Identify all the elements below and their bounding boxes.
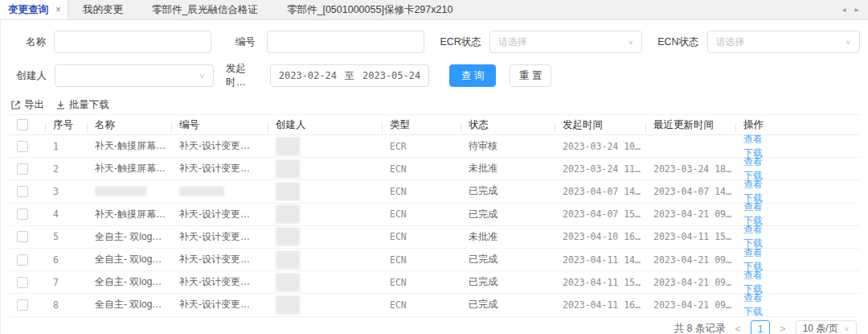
cell-code: 补天-设计变更… bbox=[171, 139, 268, 153]
cell-start-time: 2023-04-07 14… bbox=[555, 186, 645, 197]
cell-status: 未批准 bbox=[461, 230, 555, 244]
tab-change-query[interactable]: 变更查询 × bbox=[0, 0, 68, 19]
redacted-creator bbox=[276, 137, 300, 156]
cell-name: 全自主- 双log… bbox=[87, 253, 171, 266]
row-checkbox-cell bbox=[9, 141, 45, 152]
view-link[interactable]: 查看 bbox=[743, 155, 849, 169]
cell-creator bbox=[268, 159, 382, 179]
table-row: 7全自主- 双log…补天-设计变更…ECN已完成2023-04-11 15…2… bbox=[9, 271, 860, 294]
row-checkbox[interactable] bbox=[17, 254, 28, 266]
cell-status: 已完成 bbox=[461, 184, 555, 198]
tab-bar: 变更查询 × 我的变更 零部件_辰光融信合格证 零部件_[0501000055]… bbox=[0, 0, 868, 20]
cell-name bbox=[87, 186, 171, 196]
table-row: 6全自主- 双log…补天-设计变更…ECN已完成2023-04-11 14…2… bbox=[9, 249, 860, 271]
cell-seq: 6 bbox=[45, 254, 87, 266]
tab-label: 零部件_辰光融信合格证 bbox=[152, 3, 258, 17]
cell-type: ECN bbox=[382, 186, 461, 197]
scroll-right-icon[interactable]: ► bbox=[854, 6, 860, 14]
cell-creator bbox=[268, 273, 382, 292]
name-label: 名称 bbox=[9, 35, 46, 49]
start-time-label: 发起时… bbox=[226, 62, 263, 89]
row-checkbox[interactable] bbox=[17, 277, 28, 288]
row-checkbox[interactable] bbox=[17, 208, 28, 220]
scroll-left-icon[interactable]: ◄ bbox=[841, 6, 847, 14]
cell-start-time: 2023-04-07 15… bbox=[555, 208, 645, 220]
cell-creator bbox=[268, 227, 382, 246]
page-number[interactable]: 1 bbox=[751, 320, 770, 334]
cell-actions: 查看下载 bbox=[735, 291, 860, 319]
chevron-down-icon: ∨ bbox=[628, 39, 633, 46]
search-button[interactable]: 查 询 bbox=[449, 64, 496, 87]
cell-seq: 2 bbox=[45, 163, 87, 175]
cell-name: 补天-触摸屏幕… bbox=[87, 208, 171, 221]
export-button[interactable]: 导出 bbox=[10, 98, 44, 112]
row-checkbox[interactable] bbox=[17, 231, 28, 242]
code-label: 编号 bbox=[235, 35, 260, 49]
select-placeholder: 请选择 bbox=[498, 35, 527, 49]
cell-status: 已完成 bbox=[461, 208, 555, 221]
table-toolbar: 导出 批量下载 bbox=[1, 95, 868, 114]
cell-type: ECN bbox=[382, 208, 461, 220]
creator-label: 创建人 bbox=[9, 69, 47, 83]
row-checkbox[interactable] bbox=[17, 163, 28, 175]
row-checkbox-cell bbox=[9, 277, 45, 288]
download-link[interactable]: 下载 bbox=[743, 305, 849, 319]
ecn-status-select[interactable]: 请选择 ∨ bbox=[707, 31, 860, 53]
header-actions: 操作 bbox=[735, 118, 860, 132]
cell-start-time: 2023-04-11 14… bbox=[555, 254, 645, 266]
prev-page-icon[interactable]: < bbox=[733, 323, 743, 334]
row-checkbox[interactable] bbox=[17, 141, 28, 152]
tab-part-certificate[interactable]: 零部件_辰光融信合格证 bbox=[137, 0, 272, 19]
reset-button[interactable]: 重 置 bbox=[510, 64, 551, 87]
row-checkbox-cell bbox=[9, 299, 45, 311]
filter-panel: 名称 编号 ECR状态 请选择 ∨ ECN状态 请选择 ∨ 创建人 ∨ 发起时… bbox=[1, 20, 868, 95]
header-creator: 创建人 bbox=[268, 118, 382, 132]
cell-seq: 5 bbox=[45, 231, 87, 242]
cell-status: 未批准 bbox=[461, 162, 555, 175]
cell-update-time: 2023-04-11 15… bbox=[645, 231, 735, 242]
cell-status: 待审核 bbox=[461, 139, 555, 153]
cell-seq: 4 bbox=[45, 208, 87, 220]
view-link[interactable]: 查看 bbox=[743, 133, 849, 146]
select-placeholder: 请选择 bbox=[716, 35, 745, 49]
ecr-status-label: ECR状态 bbox=[438, 35, 481, 49]
view-link[interactable]: 查看 bbox=[743, 246, 849, 260]
row-checkbox-cell bbox=[9, 186, 45, 197]
cell-code: 补天-设计变更… bbox=[171, 298, 268, 311]
batch-download-button[interactable]: 批量下载 bbox=[55, 98, 109, 112]
table-row: 4补天-触摸屏幕…补天-设计变更…ECN已完成2023-04-07 15…202… bbox=[9, 204, 860, 226]
redacted-creator bbox=[276, 295, 300, 315]
creator-select[interactable]: ∨ bbox=[55, 64, 214, 87]
name-input[interactable] bbox=[54, 31, 211, 53]
ecr-status-select[interactable]: 请选择 ∨ bbox=[489, 31, 642, 53]
cell-name: 全自主- 双log… bbox=[87, 230, 171, 244]
view-link[interactable]: 查看 bbox=[743, 269, 849, 282]
row-checkbox-cell bbox=[9, 254, 45, 266]
code-input[interactable] bbox=[267, 31, 424, 53]
change-table: 序号 名称 编号 创建人 类型 状态 发起时间 最近更新时间 操作 1补天-触摸… bbox=[9, 114, 860, 317]
redacted-code bbox=[179, 186, 224, 196]
next-page-icon[interactable]: > bbox=[778, 323, 788, 334]
select-all-checkbox[interactable] bbox=[17, 119, 28, 130]
cell-update-time: 2023-04-21 09… bbox=[645, 277, 735, 288]
row-checkbox-cell bbox=[9, 208, 45, 220]
cell-seq: 7 bbox=[45, 277, 87, 288]
chevron-down-icon: ∨ bbox=[845, 39, 851, 46]
cell-code bbox=[171, 186, 268, 196]
view-link[interactable]: 查看 bbox=[743, 291, 849, 305]
cell-name: 补天-触摸屏幕… bbox=[87, 162, 171, 175]
date-range-input[interactable]: 2023-02-24 至 2023-05-24 bbox=[270, 64, 429, 87]
tab-part-warranty-card[interactable]: 零部件_[0501000055]保修卡297x210 bbox=[272, 0, 467, 19]
row-checkbox[interactable] bbox=[17, 186, 28, 197]
pagination: 共 8 条记录 < 1 > 10 条/页 ∨ bbox=[1, 317, 868, 334]
view-link[interactable]: 查看 bbox=[743, 178, 849, 192]
view-link[interactable]: 查看 bbox=[743, 200, 849, 214]
tab-my-changes[interactable]: 我的变更 bbox=[68, 0, 137, 19]
content-panel: 名称 编号 ECR状态 请选择 ∨ ECN状态 请选择 ∨ 创建人 ∨ 发起时… bbox=[0, 20, 868, 334]
cell-name: 全自主- 双log… bbox=[87, 275, 171, 289]
close-icon[interactable]: × bbox=[55, 4, 61, 15]
cell-type: ECR bbox=[382, 141, 461, 152]
row-checkbox[interactable] bbox=[17, 299, 28, 311]
page-size-select[interactable]: 10 条/页 ∨ bbox=[796, 320, 857, 334]
view-link[interactable]: 查看 bbox=[743, 223, 849, 237]
